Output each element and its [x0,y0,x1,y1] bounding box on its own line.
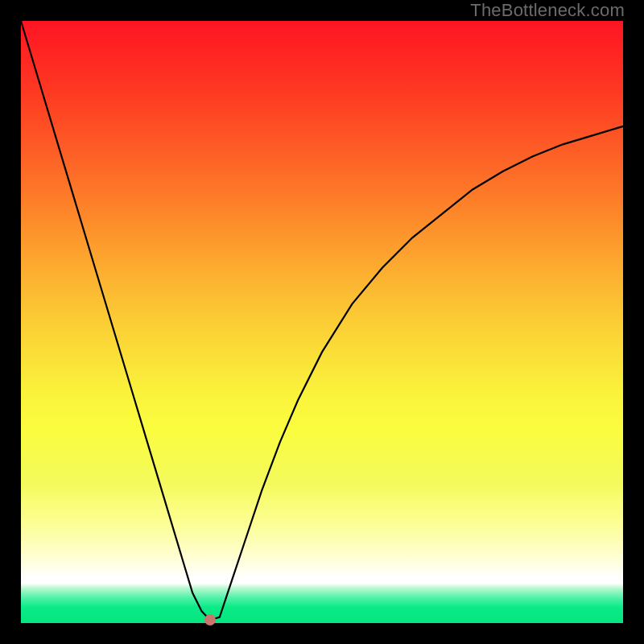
bottleneck-curve-svg [21,21,623,623]
plot-area [21,21,623,623]
bottleneck-curve-path [21,21,623,620]
optimal-point-marker [204,614,216,625]
watermark-text: TheBottleneck.com [470,0,625,21]
chart-frame: TheBottleneck.com [0,0,644,644]
